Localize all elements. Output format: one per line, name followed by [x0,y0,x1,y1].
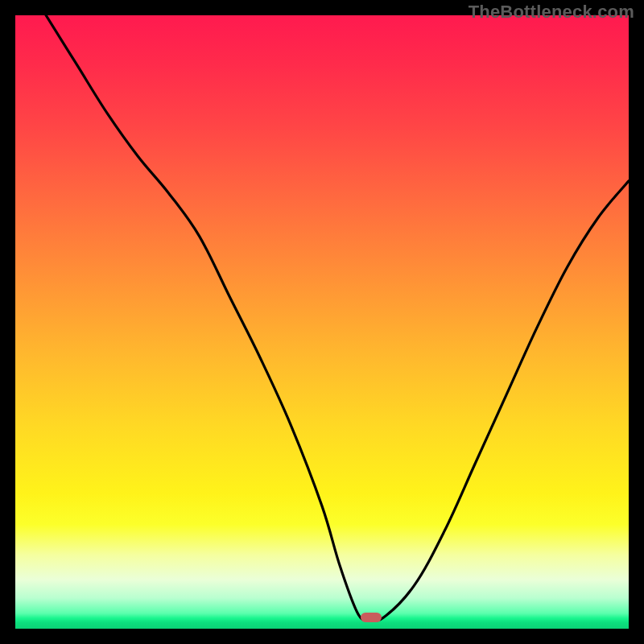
curve-path [46,15,629,621]
watermark-text: TheBottleneck.com [469,2,634,23]
plot-area [15,15,629,629]
optimal-marker [361,613,382,622]
chart-frame: TheBottleneck.com [0,0,644,644]
bottleneck-curve [15,15,629,629]
